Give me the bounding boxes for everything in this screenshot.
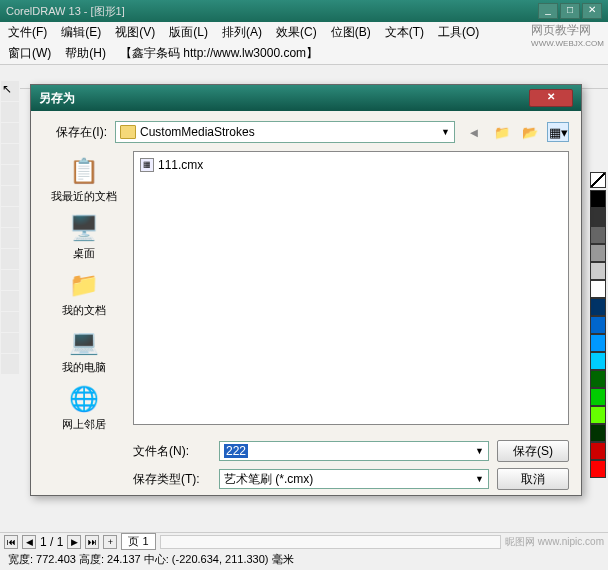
pick-tool-icon[interactable]: ↖ <box>1 81 19 101</box>
dialog-close-button[interactable]: ✕ <box>529 89 573 107</box>
bottom-watermark: 昵图网 www.nipic.com <box>505 535 604 549</box>
place-documents[interactable]: 📁 我的文档 <box>62 269 106 318</box>
color-swatch[interactable] <box>590 208 606 226</box>
shape-tool-icon[interactable] <box>1 102 19 122</box>
filetype-label: 保存类型(T): <box>133 471 211 488</box>
menu-help[interactable]: 帮助(H) <box>65 45 106 62</box>
watermark: 网页教学网 WWW.WEBJX.COM <box>531 22 604 48</box>
place-desktop[interactable]: 🖥️ 桌面 <box>68 212 100 261</box>
new-folder-icon[interactable]: 📂 <box>519 122 541 142</box>
app-title: CorelDRAW 13 - [图形1] <box>6 4 538 19</box>
documents-icon: 📁 <box>68 269 100 301</box>
filetype-combo[interactable]: 艺术笔刷 (*.cmx) ▼ <box>219 469 489 489</box>
desktop-icon: 🖥️ <box>68 212 100 244</box>
nav-last-button[interactable]: ⏭ <box>85 535 99 549</box>
color-swatch[interactable] <box>590 262 606 280</box>
menu-file[interactable]: 文件(F) <box>8 24 47 41</box>
menu-bitmap[interactable]: 位图(B) <box>331 24 371 41</box>
save-in-label: 保存在(I): <box>43 124 107 141</box>
color-swatch[interactable] <box>590 316 606 334</box>
color-swatch[interactable] <box>590 370 606 388</box>
menu-effects[interactable]: 效果(C) <box>276 24 317 41</box>
color-swatch[interactable] <box>590 226 606 244</box>
fill-tool-icon[interactable] <box>1 333 19 353</box>
network-icon: 🌐 <box>68 383 100 415</box>
cancel-button[interactable]: 取消 <box>497 468 569 490</box>
ellipse-tool-icon[interactable] <box>1 207 19 227</box>
folder-name: CustomMediaStrokes <box>140 125 437 139</box>
minimize-button[interactable]: _ <box>538 3 558 19</box>
view-icon[interactable]: ▦▾ <box>547 122 569 142</box>
app-titlebar: CorelDRAW 13 - [图形1] _ □ ✕ <box>0 0 608 22</box>
polygon-tool-icon[interactable] <box>1 228 19 248</box>
page-info: 1 / 1 <box>40 535 63 549</box>
dialog-titlebar[interactable]: 另存为 ✕ <box>31 85 581 111</box>
places-bar: 📋 我最近的文档 🖥️ 桌面 📁 我的文档 💻 我的电脑 <box>43 151 125 432</box>
place-computer[interactable]: 💻 我的电脑 <box>62 326 106 375</box>
left-toolbox: ↖ <box>0 80 20 375</box>
menubar-row2: 窗口(W) 帮助(H) 【鑫宇条码 http://www.lw3000.com】 <box>0 43 608 65</box>
back-icon[interactable]: ◄ <box>463 122 485 142</box>
color-swatch[interactable] <box>590 460 606 478</box>
interactive-fill-icon[interactable] <box>1 354 19 374</box>
cmx-file-icon: ▦ <box>140 158 154 172</box>
menu-text[interactable]: 文本(T) <box>385 24 424 41</box>
menu-arrange[interactable]: 排列(A) <box>222 24 262 41</box>
color-swatch[interactable] <box>590 442 606 460</box>
close-window-button[interactable]: ✕ <box>582 3 602 19</box>
freehand-tool-icon[interactable] <box>1 144 19 164</box>
zoom-tool-icon[interactable] <box>1 123 19 143</box>
rect-tool-icon[interactable] <box>1 186 19 206</box>
place-network[interactable]: 🌐 网上邻居 <box>62 383 106 432</box>
color-palette <box>590 172 608 478</box>
color-swatch[interactable] <box>590 388 606 406</box>
up-icon[interactable]: 📁 <box>491 122 513 142</box>
maximize-button[interactable]: □ <box>560 3 580 19</box>
filename-label: 文件名(N): <box>133 443 211 460</box>
page-tab[interactable]: 页 1 <box>121 533 155 550</box>
save-in-combo[interactable]: CustomMediaStrokes ▼ <box>115 121 455 143</box>
nav-prev-button[interactable]: ◀ <box>22 535 36 549</box>
color-swatch[interactable] <box>590 406 606 424</box>
file-item[interactable]: ▦ 111.cmx <box>138 156 564 174</box>
interactive-tool-icon[interactable] <box>1 270 19 290</box>
menu-extra-text: 【鑫宇条码 http://www.lw3000.com】 <box>120 45 318 62</box>
eyedrop-tool-icon[interactable] <box>1 291 19 311</box>
horizontal-scrollbar[interactable] <box>160 535 502 549</box>
color-swatch[interactable] <box>590 280 606 298</box>
color-swatch[interactable] <box>590 190 606 208</box>
menu-view[interactable]: 视图(V) <box>115 24 155 41</box>
color-swatch[interactable] <box>590 352 606 370</box>
status-text: 宽度: 772.403 高度: 24.137 中心: (-220.634, 21… <box>0 550 608 569</box>
save-as-dialog: 另存为 ✕ 保存在(I): CustomMediaStrokes ▼ ◄ 📁 📂… <box>30 84 582 496</box>
menu-tools[interactable]: 工具(O) <box>438 24 479 41</box>
statusbar: ⏮ ◀ 1 / 1 ▶ ⏭ + 页 1 昵图网 www.nipic.com 宽度… <box>0 532 608 570</box>
folder-icon <box>120 125 136 139</box>
color-swatch[interactable] <box>590 298 606 316</box>
computer-icon: 💻 <box>68 326 100 358</box>
smart-tool-icon[interactable] <box>1 165 19 185</box>
menu-window[interactable]: 窗口(W) <box>8 45 51 62</box>
color-swatch[interactable] <box>590 424 606 442</box>
add-page-button[interactable]: + <box>103 535 117 549</box>
text-tool-icon[interactable] <box>1 249 19 269</box>
menubar: 文件(F) 编辑(E) 视图(V) 版面(L) 排列(A) 效果(C) 位图(B… <box>0 22 608 43</box>
save-button[interactable]: 保存(S) <box>497 440 569 462</box>
outline-tool-icon[interactable] <box>1 312 19 332</box>
nav-first-button[interactable]: ⏮ <box>4 535 18 549</box>
no-color-swatch[interactable] <box>590 172 606 188</box>
color-swatch[interactable] <box>590 244 606 262</box>
dialog-title: 另存为 <box>39 90 529 107</box>
menu-edit[interactable]: 编辑(E) <box>61 24 101 41</box>
file-list[interactable]: ▦ 111.cmx <box>133 151 569 425</box>
recent-docs-icon: 📋 <box>68 155 100 187</box>
place-recent[interactable]: 📋 我最近的文档 <box>51 155 117 204</box>
color-swatch[interactable] <box>590 334 606 352</box>
menu-layout[interactable]: 版面(L) <box>169 24 208 41</box>
filename-input[interactable]: 222 ▼ <box>219 441 489 461</box>
nav-next-button[interactable]: ▶ <box>67 535 81 549</box>
